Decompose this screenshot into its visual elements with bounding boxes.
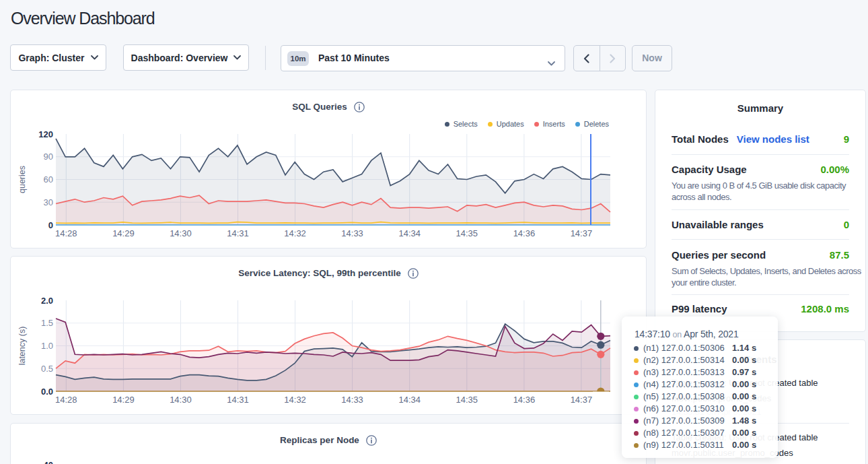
svg-text:14:30: 14:30 — [170, 395, 192, 405]
svg-text:14:29: 14:29 — [112, 395, 135, 405]
svg-text:14:29: 14:29 — [112, 228, 135, 238]
svg-text:14:32: 14:32 — [284, 228, 306, 238]
svg-text:14:28: 14:28 — [55, 395, 77, 405]
svg-text:0.0: 0.0 — [41, 387, 53, 397]
svg-text:1.0: 1.0 — [41, 341, 53, 351]
svg-text:14:35: 14:35 — [456, 395, 478, 405]
svg-text:14:36: 14:36 — [513, 395, 536, 405]
svg-text:120: 120 — [38, 129, 53, 139]
svg-text:queries: queries — [17, 166, 27, 193]
svg-text:latency (s): latency (s) — [17, 327, 27, 366]
svg-text:14:37: 14:37 — [571, 395, 593, 405]
svg-text:40: 40 — [44, 460, 53, 464]
svg-text:14:28: 14:28 — [55, 228, 77, 238]
svg-text:14:33: 14:33 — [341, 395, 363, 405]
svg-text:14:34: 14:34 — [398, 228, 421, 238]
svg-text:0: 0 — [48, 220, 53, 230]
svg-text:30: 30 — [44, 197, 53, 207]
svg-text:60: 60 — [44, 174, 53, 185]
svg-text:90: 90 — [44, 152, 53, 162]
svg-text:2.0: 2.0 — [41, 296, 53, 306]
svg-text:14:30: 14:30 — [170, 228, 192, 238]
svg-text:14:31: 14:31 — [227, 395, 249, 405]
svg-text:14:33: 14:33 — [341, 228, 363, 238]
svg-text:14:31: 14:31 — [227, 228, 249, 238]
svg-text:1.5: 1.5 — [41, 318, 53, 328]
svg-text:14:34: 14:34 — [398, 395, 421, 405]
svg-text:0.5: 0.5 — [41, 364, 53, 374]
svg-text:14:36: 14:36 — [513, 228, 536, 238]
svg-text:14:32: 14:32 — [284, 395, 306, 405]
svg-text:14:37: 14:37 — [571, 228, 593, 238]
svg-text:14:35: 14:35 — [456, 228, 478, 238]
